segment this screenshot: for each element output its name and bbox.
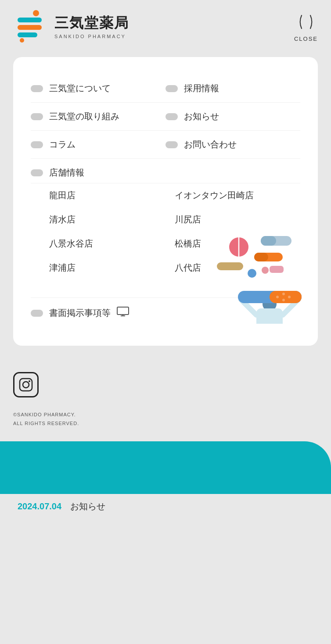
store-section-label: 店舗情報 xyxy=(49,167,84,179)
svg-point-0 xyxy=(33,10,39,16)
store-item-tsuura[interactable]: 津浦店 xyxy=(49,256,175,280)
menu-dot-recruitment xyxy=(166,85,178,92)
svg-point-4 xyxy=(20,38,24,43)
store-item-kawajiri[interactable]: 川尻店 xyxy=(175,208,300,232)
store-item-hakkei[interactable]: 八景水谷店 xyxy=(49,232,175,256)
svg-point-26 xyxy=(288,296,291,298)
svg-point-29 xyxy=(23,382,29,388)
svg-point-25 xyxy=(282,293,285,295)
logo-text: 三気堂薬局 SANKIDO PHARMACY xyxy=(54,14,129,39)
menu-item-recruitment[interactable]: 採用情報 xyxy=(166,75,300,102)
menu-dot-news xyxy=(166,113,178,120)
document-label: 書面掲示事項等 xyxy=(49,307,111,319)
menu-label-news: お知らせ xyxy=(184,111,219,122)
svg-point-27 xyxy=(282,299,285,301)
bottom-date: 2024.07.04 xyxy=(18,501,61,512)
svg-rect-11 xyxy=(261,236,276,246)
logo-sub: SANKIDO PHARMACY xyxy=(54,34,129,39)
menu-label-initiatives: 三気堂の取り組み xyxy=(49,111,119,122)
svg-rect-1 xyxy=(18,18,42,22)
menu-item-news[interactable]: お知らせ xyxy=(166,103,300,130)
bottom-text: お知らせ xyxy=(70,501,105,512)
menu-dot-contact xyxy=(166,141,178,148)
store-item-iontown[interactable]: イオンタウン田崎店 xyxy=(175,183,300,208)
footer-area: ©SANKIDO PHARMACY. ALL RIGHTS RESERVED. xyxy=(0,359,331,441)
copyright: ©SANKIDO PHARMACY. ALL RIGHTS RESERVED. xyxy=(13,411,318,428)
svg-point-16 xyxy=(262,267,269,274)
logo-icon xyxy=(13,9,48,44)
close-label: CLOSE xyxy=(294,36,318,42)
svg-rect-17 xyxy=(270,266,284,273)
bottom-bar xyxy=(0,441,331,494)
menu-dot-about xyxy=(31,85,43,92)
svg-rect-19 xyxy=(256,308,283,324)
pills-illustration xyxy=(212,232,309,324)
svg-rect-5 xyxy=(117,307,129,315)
menu-dot-document xyxy=(31,310,43,317)
menu-label-contact: お問い合わせ xyxy=(184,139,237,150)
menu-item-column[interactable]: コラム xyxy=(31,131,166,158)
menu-item-about[interactable]: 三気堂について xyxy=(31,75,166,102)
header: 三気堂薬局 SANKIDO PHARMACY CLOSE xyxy=(0,0,331,53)
instagram-icon xyxy=(19,378,33,392)
svg-point-30 xyxy=(29,380,30,382)
logo-name: 三気堂薬局 xyxy=(54,14,129,33)
svg-point-15 xyxy=(248,269,256,278)
menu-card: 三気堂について 採用情報 三気堂の取り組み お知らせ コラム お問い合わせ 店舗… xyxy=(13,57,318,346)
store-item-shimizu[interactable]: 清水店 xyxy=(49,208,175,232)
menu-item-initiatives[interactable]: 三気堂の取り組み xyxy=(31,103,166,130)
store-item-ryuta[interactable]: 龍田店 xyxy=(49,183,175,208)
menu-label-column: コラム xyxy=(49,139,76,150)
menu-dot-column xyxy=(31,141,43,148)
store-section-header[interactable]: 店舗情報 xyxy=(31,159,300,183)
svg-rect-23 xyxy=(270,291,302,303)
svg-rect-3 xyxy=(18,32,37,37)
instagram-button[interactable] xyxy=(13,372,39,397)
monitor-icon xyxy=(117,307,129,319)
menu-dot-store xyxy=(31,169,43,176)
close-button[interactable]: CLOSE xyxy=(294,11,318,42)
svg-point-24 xyxy=(276,296,279,298)
svg-rect-28 xyxy=(20,379,32,391)
svg-rect-14 xyxy=(217,262,243,270)
svg-rect-2 xyxy=(18,25,42,30)
bottom-strip: 2024.07.04 お知らせ xyxy=(0,494,331,519)
svg-rect-13 xyxy=(254,253,268,261)
menu-label-about: 三気堂について xyxy=(49,82,111,94)
menu-dot-initiatives xyxy=(31,113,43,120)
menu-item-contact[interactable]: お問い合わせ xyxy=(166,131,300,158)
close-icon xyxy=(295,11,317,33)
logo-container: 三気堂薬局 SANKIDO PHARMACY xyxy=(13,9,129,44)
menu-label-recruitment: 採用情報 xyxy=(184,82,219,94)
